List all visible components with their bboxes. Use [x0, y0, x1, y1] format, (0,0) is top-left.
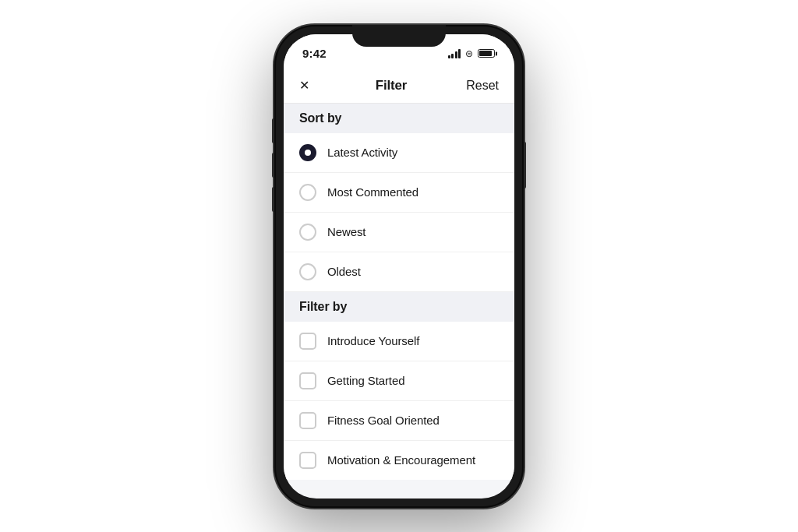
- filter-label-introduce-yourself: Introduce Yourself: [327, 334, 419, 347]
- signal-bars-icon: [448, 49, 461, 58]
- filter-option-introduce-yourself[interactable]: Introduce Yourself: [284, 322, 514, 361]
- sort-option-oldest[interactable]: Oldest: [284, 252, 514, 292]
- status-icons: ⊜: [448, 48, 496, 59]
- notch: [352, 25, 446, 47]
- sort-label-most-commented: Most Commented: [327, 185, 418, 199]
- radio-most-commented[interactable]: [299, 184, 316, 201]
- radio-latest-activity[interactable]: [299, 144, 316, 161]
- filter-option-motivation-encouragement[interactable]: Motivation & Encouragement: [284, 441, 514, 480]
- battery-body: [478, 49, 495, 58]
- radio-inner-latest-activity: [305, 150, 311, 156]
- signal-bar-4: [458, 49, 461, 58]
- checkbox-getting-started[interactable]: [299, 372, 316, 389]
- filter-label-fitness-goal-oriented: Fitness Goal Oriented: [327, 414, 440, 427]
- filter-label-motivation-encouragement: Motivation & Encouragement: [327, 453, 475, 467]
- phone-frame: 9:42 ⊜: [274, 25, 524, 508]
- status-time: 9:42: [302, 47, 327, 60]
- checkbox-introduce-yourself[interactable]: [299, 333, 316, 350]
- radio-oldest[interactable]: [299, 263, 316, 280]
- sort-option-newest[interactable]: Newest: [284, 213, 514, 252]
- sort-label-oldest: Oldest: [327, 265, 361, 278]
- signal-bar-2: [451, 54, 454, 58]
- radio-newest[interactable]: [299, 224, 316, 241]
- sort-by-title: Sort by: [299, 111, 341, 125]
- signal-bar-1: [448, 55, 450, 58]
- filter-by-section-header: Filter by: [284, 292, 514, 322]
- filter-content: Sort by Latest Activity Most Commented: [284, 104, 514, 496]
- sort-option-most-commented[interactable]: Most Commented: [284, 173, 514, 213]
- filter-label-getting-started: Getting Started: [327, 374, 404, 387]
- checkbox-fitness-goal-oriented[interactable]: [299, 412, 316, 429]
- filter-title: Filter: [376, 78, 407, 93]
- sort-label-latest-activity: Latest Activity: [327, 146, 397, 159]
- filter-by-title: Filter by: [299, 300, 347, 313]
- signal-bar-3: [455, 51, 457, 58]
- sort-option-latest-activity[interactable]: Latest Activity: [284, 133, 514, 173]
- filter-option-getting-started[interactable]: Getting Started: [284, 361, 514, 401]
- battery-icon: [478, 49, 496, 58]
- phone-screen: 9:42 ⊜: [284, 34, 514, 499]
- wifi-icon: ⊜: [465, 48, 473, 59]
- battery-fill: [479, 51, 492, 56]
- phone-wrapper: 9:42 ⊜: [274, 25, 524, 508]
- close-button[interactable]: ✕: [299, 78, 323, 93]
- nav-bar: ✕ Filter Reset: [284, 69, 514, 104]
- sort-by-section-header: Sort by: [284, 104, 514, 133]
- reset-button[interactable]: Reset: [460, 79, 499, 93]
- filter-option-fitness-goal-oriented[interactable]: Fitness Goal Oriented: [284, 401, 514, 441]
- sort-label-newest: Newest: [327, 225, 365, 238]
- checkbox-motivation-encouragement[interactable]: [299, 452, 316, 469]
